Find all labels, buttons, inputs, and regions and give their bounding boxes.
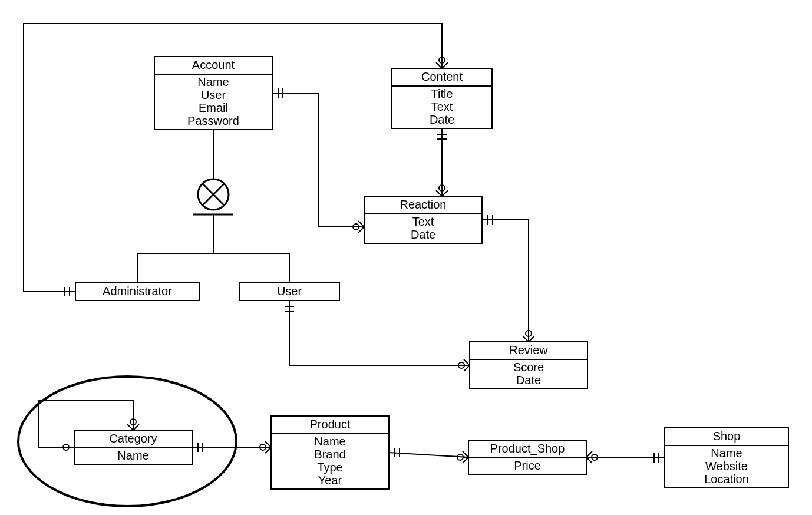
- entity-account-attr-1: User: [201, 88, 226, 101]
- entity-reaction-title: Reaction: [400, 198, 447, 211]
- entity-product-attr-2: Type: [317, 461, 342, 474]
- entity-product-attr-1: Brand: [314, 448, 345, 461]
- entity-category-attr-0: Name: [117, 449, 148, 462]
- entity-shop-title: Shop: [713, 430, 741, 443]
- entity-review-attr-1: Date: [516, 374, 541, 387]
- entity-content-attr-1: Text: [431, 100, 453, 113]
- entity-shop-attr-1: Website: [705, 460, 748, 473]
- entity-account-title: Account: [192, 58, 235, 71]
- entity-account-attr-0: Name: [197, 75, 229, 88]
- entity-product-title: Product: [310, 418, 351, 431]
- entity-shop-attr-0: Name: [711, 447, 742, 460]
- rel-user-review: [289, 301, 470, 365]
- entity-reaction-attr-0: Text: [412, 215, 434, 228]
- entity-review-title: Review: [509, 344, 548, 356]
- entity-shop-attr-2: Location: [704, 473, 749, 486]
- entity-review-attr-0: Score: [513, 361, 544, 374]
- entity-reaction-attr-1: Date: [411, 228, 435, 241]
- entity-content-title: Content: [421, 70, 463, 83]
- rel-account-reaction: [272, 93, 364, 227]
- entity-product-attr-3: Year: [318, 474, 342, 487]
- entity-product-shop-attr-0: Price: [514, 459, 541, 472]
- entity-content-attr-2: Date: [430, 113, 454, 126]
- entity-account-attr-3: Password: [187, 114, 239, 127]
- entity-administrator-title: Administrator: [103, 285, 172, 298]
- entity-product-shop-title: Product_Shop: [490, 442, 565, 455]
- entity-account-attr-2: Email: [199, 101, 228, 114]
- rel-product-productshop: [389, 453, 468, 457]
- entity-content-attr-0: Title: [431, 87, 453, 100]
- rel-reaction-review: [482, 220, 529, 342]
- entity-category-title: Category: [109, 432, 157, 445]
- entity-user-title: User: [277, 285, 302, 298]
- entity-product-attr-0: Name: [314, 435, 345, 448]
